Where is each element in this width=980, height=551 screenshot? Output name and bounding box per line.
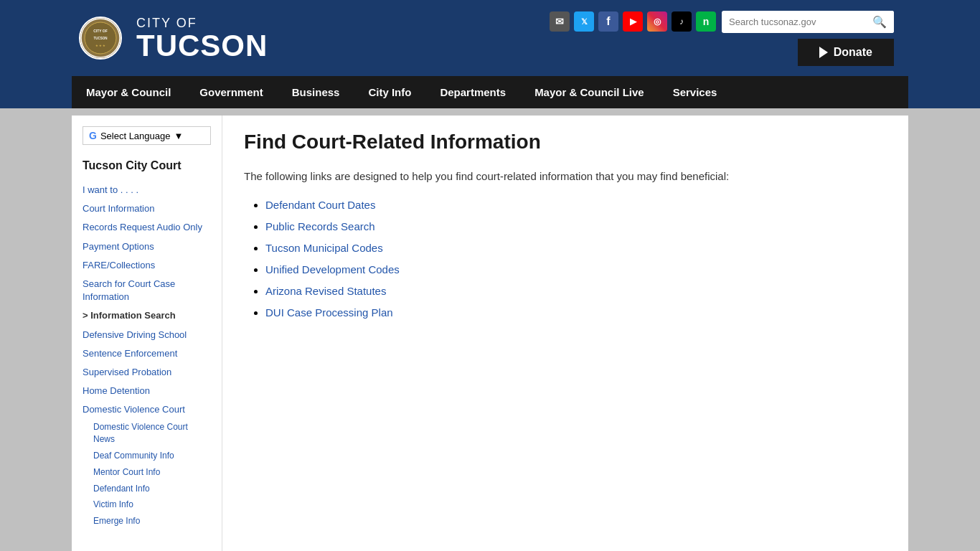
- main-wrapper: G Select Language ▼ Tucson City Court I …: [0, 108, 980, 551]
- google-g-icon: G: [89, 130, 97, 141]
- instagram-icon[interactable]: ◎: [647, 11, 667, 32]
- header-right: ✉ 𝕏 f ▶ ◎ ♪ n 🔍 Donate: [550, 11, 894, 66]
- sidebar-payment-options[interactable]: Payment Options: [83, 237, 211, 256]
- link-arizona-revised-statutes[interactable]: Arizona Revised Statutes: [265, 285, 386, 297]
- link-tucson-municipal-codes[interactable]: Tucson Municipal Codes: [265, 242, 383, 254]
- nav-bar: Mayor & Council Government Business City…: [72, 76, 908, 108]
- nextdoor-icon[interactable]: n: [696, 11, 716, 32]
- main-content: Find Court-Related Information The follo…: [222, 116, 908, 551]
- list-item: Defendant Court Dates: [265, 199, 887, 212]
- logo-area: CITY OF TUCSON ★ ★ ★ City of Tucson: [72, 6, 268, 70]
- nav-city-info[interactable]: City Info: [354, 76, 425, 108]
- nav-departments[interactable]: Departments: [425, 76, 520, 108]
- social-icons: ✉ 𝕏 f ▶ ◎ ♪ n: [550, 11, 716, 32]
- content-container: G Select Language ▼ Tucson City Court I …: [72, 116, 908, 551]
- sidebar-deaf-community[interactable]: Deaf Community Info: [83, 448, 211, 464]
- search-button[interactable]: 🔍: [865, 11, 894, 33]
- svg-text:★ ★ ★: ★ ★ ★: [95, 44, 105, 47]
- logo-badge: CITY OF TUCSON ★ ★ ★: [72, 6, 129, 70]
- link-defendant-court-dates[interactable]: Defendant Court Dates: [265, 199, 375, 211]
- list-item: DUI Case Processing Plan: [265, 306, 887, 319]
- language-arrow-icon: ▼: [174, 131, 183, 141]
- sidebar-home-detention[interactable]: Home Detention: [83, 382, 211, 400]
- svg-text:CITY OF: CITY OF: [93, 29, 108, 33]
- donate-label: Donate: [834, 46, 872, 59]
- donate-arrow-icon: [819, 47, 828, 58]
- sidebar-title: Tucson City Court: [83, 159, 211, 172]
- language-label: Select Language: [100, 131, 171, 141]
- svg-text:TUCSON: TUCSON: [94, 37, 108, 40]
- tucson-label: Tucson: [136, 31, 268, 61]
- sidebar-sentence-enforcement[interactable]: Sentence Enforcement: [83, 344, 211, 363]
- donate-button[interactable]: Donate: [798, 39, 894, 66]
- city-seal: CITY OF TUCSON ★ ★ ★: [79, 17, 122, 60]
- sidebar-victim-info[interactable]: Victim Info: [83, 496, 211, 513]
- list-item: Arizona Revised Statutes: [265, 285, 887, 298]
- nav-mayor-council-live[interactable]: Mayor & Council Live: [520, 76, 659, 108]
- sidebar-supervised-probation[interactable]: Supervised Probation: [83, 363, 211, 382]
- sidebar-information-search[interactable]: Information Search: [83, 306, 211, 325]
- court-links-list: Defendant Court Dates Public Records Sea…: [244, 199, 887, 319]
- page-title: Find Court-Related Information: [244, 130, 887, 154]
- youtube-icon[interactable]: ▶: [623, 11, 643, 32]
- header-top: CITY OF TUCSON ★ ★ ★ City of Tucson ✉ 𝕏 …: [72, 0, 908, 76]
- sidebar: G Select Language ▼ Tucson City Court I …: [72, 116, 222, 551]
- sidebar-court-information[interactable]: Court Information: [83, 199, 211, 218]
- sidebar-search-court-case[interactable]: Search for Court Case Information: [83, 275, 211, 306]
- sidebar-defensive-driving[interactable]: Defensive Driving School: [83, 326, 211, 344]
- page-description: The following links are designed to help…: [244, 169, 887, 185]
- search-box: 🔍: [722, 11, 894, 33]
- link-dui-case-processing[interactable]: DUI Case Processing Plan: [265, 306, 393, 319]
- nav-government[interactable]: Government: [185, 76, 277, 108]
- nav-business[interactable]: Business: [278, 76, 354, 108]
- search-input[interactable]: [722, 12, 865, 32]
- sidebar-dv-news[interactable]: Domestic Violence Court News: [83, 419, 211, 448]
- list-item: Unified Development Codes: [265, 263, 887, 276]
- sidebar-fare-collections[interactable]: FARE/Collections: [83, 256, 211, 275]
- sidebar-records-request[interactable]: Records Request Audio Only: [83, 218, 211, 237]
- sidebar-mentor-court[interactable]: Mentor Court Info: [83, 464, 211, 481]
- facebook-icon[interactable]: f: [598, 11, 618, 32]
- social-search-area: ✉ 𝕏 f ▶ ◎ ♪ n 🔍: [550, 11, 894, 33]
- list-item: Public Records Search: [265, 220, 887, 233]
- sidebar-domestic-violence[interactable]: Domestic Violence Court: [83, 400, 211, 419]
- city-name: City of Tucson: [136, 16, 268, 61]
- nav-mayor-council[interactable]: Mayor & Council: [72, 76, 185, 108]
- link-unified-development-codes[interactable]: Unified Development Codes: [265, 263, 400, 276]
- email-icon[interactable]: ✉: [550, 11, 570, 32]
- twitter-icon[interactable]: 𝕏: [574, 11, 594, 32]
- tiktok-icon[interactable]: ♪: [672, 11, 692, 32]
- sidebar-defendant-info[interactable]: Defendant Info: [83, 481, 211, 497]
- nav-services[interactable]: Services: [659, 76, 732, 108]
- header: CITY OF TUCSON ★ ★ ★ City of Tucson ✉ 𝕏 …: [0, 0, 980, 108]
- language-selector[interactable]: G Select Language ▼: [83, 126, 211, 145]
- sidebar-i-want-to[interactable]: I want to . . . .: [83, 181, 211, 199]
- sidebar-emerge-info[interactable]: Emerge Info: [83, 513, 211, 529]
- list-item: Tucson Municipal Codes: [265, 242, 887, 255]
- link-public-records-search[interactable]: Public Records Search: [265, 220, 375, 232]
